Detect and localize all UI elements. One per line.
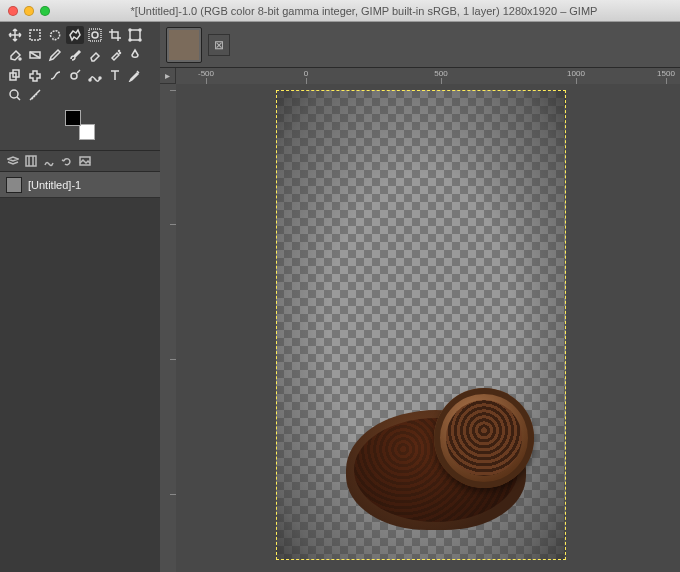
zoom-tool[interactable] xyxy=(6,86,24,104)
canvas[interactable] xyxy=(276,90,566,560)
crop-tool[interactable] xyxy=(106,26,124,44)
horizontal-ruler[interactable]: -500 0 500 1000 1500 xyxy=(176,68,680,84)
svg-point-4 xyxy=(129,29,131,31)
toolbox xyxy=(0,22,160,150)
layers-panel: [Untitled]-1 xyxy=(0,172,160,572)
svg-point-16 xyxy=(99,77,101,79)
svg-rect-18 xyxy=(26,156,36,166)
svg-point-17 xyxy=(10,90,18,98)
image-content-coffee xyxy=(346,370,546,540)
smudge-tool[interactable] xyxy=(46,66,64,84)
window-controls xyxy=(8,6,50,16)
clone-tool[interactable] xyxy=(6,66,24,84)
ruler-tick-label: 1500 xyxy=(657,69,675,78)
ruler-tick-label: 1000 xyxy=(567,69,585,78)
coffee-cup xyxy=(434,388,534,488)
minimize-window-button[interactable] xyxy=(24,6,34,16)
paths-tab-icon[interactable] xyxy=(42,154,56,168)
svg-point-6 xyxy=(129,39,131,41)
pencil-tool[interactable] xyxy=(46,46,64,64)
paintbrush-tool[interactable] xyxy=(66,46,84,64)
svg-point-5 xyxy=(139,29,141,31)
svg-point-11 xyxy=(120,53,121,54)
gradient-tool[interactable] xyxy=(26,46,44,64)
canvas-viewport[interactable] xyxy=(176,84,680,572)
svg-point-15 xyxy=(89,79,91,81)
by-color-select-tool[interactable] xyxy=(86,26,104,44)
ruler-tick-label: 0 xyxy=(304,69,308,78)
layer-thumbnail xyxy=(6,177,22,193)
svg-point-14 xyxy=(71,73,77,79)
svg-point-1 xyxy=(92,32,98,38)
measure-tool[interactable] xyxy=(26,86,44,104)
close-document-button[interactable]: ⊠ xyxy=(208,34,230,56)
tool-grid xyxy=(6,26,154,104)
airbrush-tool[interactable] xyxy=(106,46,124,64)
background-color-swatch[interactable] xyxy=(79,124,95,140)
color-picker-tool[interactable] xyxy=(126,66,144,84)
ruler-tick-label: 500 xyxy=(434,69,447,78)
heal-tool[interactable] xyxy=(26,66,44,84)
ruler-tick-label: -500 xyxy=(198,69,214,78)
rect-select-tool[interactable] xyxy=(26,26,44,44)
window-title: *[Untitled]-1.0 (RGB color 8-bit gamma i… xyxy=(56,5,672,17)
dodge-burn-tool[interactable] xyxy=(66,66,84,84)
zoom-window-button[interactable] xyxy=(40,6,50,16)
document-tabbar: ⊠ xyxy=(160,22,680,68)
fuzzy-select-tool[interactable] xyxy=(66,26,84,44)
move-tool[interactable] xyxy=(6,26,24,44)
svg-point-7 xyxy=(139,39,141,41)
svg-rect-3 xyxy=(130,30,140,40)
bucket-fill-tool[interactable] xyxy=(6,46,24,64)
svg-point-8 xyxy=(19,58,21,60)
window-titlebar: *[Untitled]-1.0 (RGB color 8-bit gamma i… xyxy=(0,0,680,22)
close-icon: ⊠ xyxy=(214,38,224,52)
layer-name: [Untitled]-1 xyxy=(28,179,81,191)
unified-transform-tool[interactable] xyxy=(126,26,144,44)
layer-row[interactable]: [Untitled]-1 xyxy=(0,172,160,198)
free-select-tool[interactable] xyxy=(46,26,64,44)
left-dock: [Untitled]-1 xyxy=(0,22,160,572)
channels-tab-icon[interactable] xyxy=(24,154,38,168)
images-tab-icon[interactable] xyxy=(78,154,92,168)
color-swatches[interactable] xyxy=(65,110,95,140)
undo-history-tab-icon[interactable] xyxy=(60,154,74,168)
svg-rect-0 xyxy=(30,30,40,40)
ruler-origin-button[interactable]: ▸ xyxy=(160,68,176,84)
image-window: ⊠ ▸ -500 0 500 1000 1500 xyxy=(160,22,680,572)
path-tool[interactable] xyxy=(86,66,104,84)
document-tab-thumbnail[interactable] xyxy=(166,27,202,63)
svg-point-10 xyxy=(119,51,120,52)
close-window-button[interactable] xyxy=(8,6,18,16)
foreground-color-swatch[interactable] xyxy=(65,110,81,126)
vertical-ruler[interactable] xyxy=(160,84,176,572)
text-tool[interactable] xyxy=(106,66,124,84)
layers-tab-icon[interactable] xyxy=(6,154,20,168)
svg-rect-2 xyxy=(89,29,101,41)
dock-tabs xyxy=(0,150,160,172)
eraser-tool[interactable] xyxy=(86,46,104,64)
ink-tool[interactable] xyxy=(126,46,144,64)
